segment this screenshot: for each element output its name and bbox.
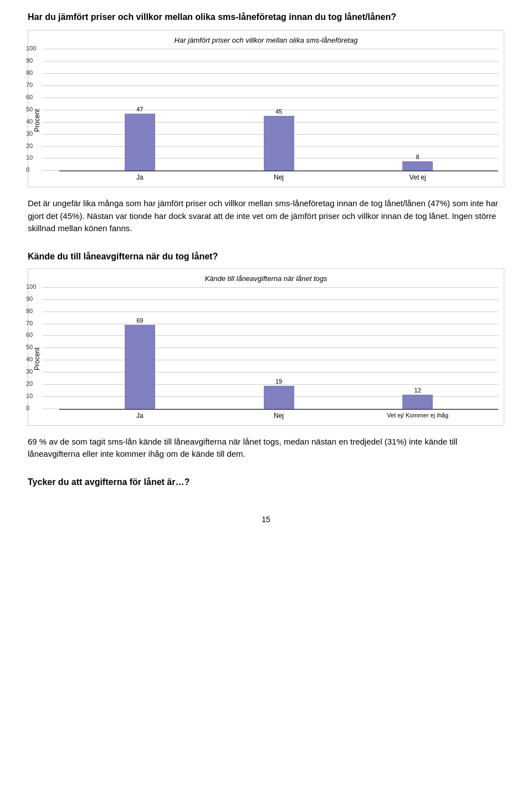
bar2-value-nej: 19 xyxy=(275,378,282,385)
chart1-wrap: Procent 100 90 80 70 60 50 40 30 20 10 0 xyxy=(34,49,498,181)
bar2-nej xyxy=(264,386,294,409)
section3-heading: Tycker du att avgifterna för lånet är…? xyxy=(28,477,504,487)
chart2-x-labels: Ja Nej Vet ej/ Kommer ej ihåg xyxy=(59,410,498,420)
x2-label-ja: Ja xyxy=(70,410,209,420)
bar2-ja xyxy=(125,325,155,409)
x2-label-nej: Nej xyxy=(209,410,349,420)
bar2-value-vetej: 12 xyxy=(415,387,421,394)
chart1-container: Har jämfört priser och villkor mellan ol… xyxy=(28,30,504,187)
chart1-x-labels: Ja Nej Vet ej xyxy=(59,171,498,181)
section2-text: 69 % av de som tagit sms-lån kände till … xyxy=(28,436,504,461)
chart1-grid-area: 100 90 80 70 60 50 40 30 20 10 0 47 xyxy=(43,49,498,171)
bar2-group-ja: 69 xyxy=(70,287,209,409)
chart2-title: Kände till låneavgifterna när lånet togs xyxy=(34,274,498,283)
chart2-wrap: Procent 100 90 80 70 60 50 40 30 20 10 0 xyxy=(34,287,498,420)
bar-group-vetej: 8 xyxy=(348,49,487,171)
section1-text: Det är ungefär lika många som har jämför… xyxy=(28,197,504,235)
bar-value-vetej: 8 xyxy=(416,154,420,160)
bar-value-ja: 47 xyxy=(136,106,143,113)
chart2-grid-area: 100 90 80 70 60 50 40 30 20 10 0 69 xyxy=(43,287,498,409)
chart1-y-label: Procent xyxy=(34,59,40,181)
chart1-bars: 47 45 8 xyxy=(59,49,498,171)
bar-value-nej: 45 xyxy=(275,108,282,115)
chart1-inner: 100 90 80 70 60 50 40 30 20 10 0 47 xyxy=(43,49,498,181)
bar-group-nej: 45 xyxy=(209,49,349,171)
chart2-y-label: Procent xyxy=(34,298,40,420)
section1-heading: Har du jämfört priser och villkor mellan… xyxy=(28,11,504,23)
x-label-ja: Ja xyxy=(70,171,209,181)
chart2-container: Kände till låneavgifterna när lånet togs… xyxy=(28,268,504,426)
bar-ja xyxy=(125,114,155,171)
bar-nej xyxy=(264,116,294,171)
x-label-nej: Nej xyxy=(209,171,349,181)
x-label-vetej: Vet ej xyxy=(348,171,487,181)
bar-group-ja: 47 xyxy=(70,49,209,171)
section2-heading: Kände du till låneavgifterna när du tog … xyxy=(28,252,504,262)
chart2-inner: 100 90 80 70 60 50 40 30 20 10 0 69 xyxy=(43,287,498,420)
bar-vetej xyxy=(402,161,433,171)
bar2-vetej xyxy=(402,395,433,409)
chart2-bars: 69 19 12 xyxy=(59,287,498,409)
chart1-title: Har jämfört priser och villkor mellan ol… xyxy=(34,36,498,44)
bar2-value-ja: 69 xyxy=(136,317,143,324)
bar2-group-nej: 19 xyxy=(209,287,349,409)
page-number: 15 xyxy=(28,515,504,524)
bar2-group-vetej: 12 xyxy=(348,287,487,409)
x2-label-vetej: Vet ej/ Kommer ej ihåg xyxy=(348,410,487,420)
